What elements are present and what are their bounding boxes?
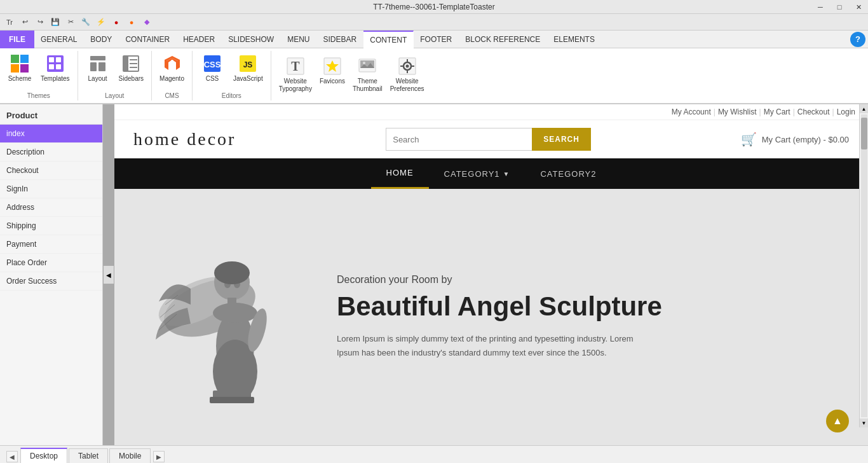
qa-circle-btn[interactable]: ●	[109, 16, 123, 29]
sidebar-item-description[interactable]: Description	[0, 143, 102, 162]
ribbon-group-layout: Layout Sidebars Layout	[78, 51, 152, 100]
dropdown-arrow-icon: ▼	[503, 170, 510, 177]
ribbon-tab-footer[interactable]: FOOTER	[414, 31, 459, 48]
angel-sculpture-svg	[153, 232, 305, 403]
favicons-button[interactable]: Favicons	[316, 53, 349, 88]
close-button[interactable]: ✕	[849, 0, 868, 14]
cart-area[interactable]: 🛒 My Cart (empty) - $0.00	[741, 132, 849, 147]
ribbon-tab-header[interactable]: HEADER	[177, 31, 222, 48]
theme-thumbnail-button[interactable]: Theme Thumbnail	[349, 53, 386, 95]
layout-button[interactable]: Layout	[82, 51, 114, 85]
cart-text: My Cart (empty) - $0.00	[762, 135, 849, 144]
scrollbar-down-arrow[interactable]: ▼	[860, 418, 869, 427]
ribbon-tab-elements[interactable]: ELEMENTS	[547, 31, 602, 48]
qa-typography-btn[interactable]: Tr	[3, 16, 17, 29]
scrollbar-up-arrow[interactable]: ▲	[860, 104, 869, 113]
cms-group-label: CMS	[165, 92, 179, 100]
qa-redo-btn[interactable]: ↪	[33, 16, 47, 29]
topbar-my-account[interactable]: My Account	[672, 107, 711, 116]
tab-mobile[interactable]: Mobile	[109, 448, 151, 463]
tab-desktop[interactable]: Desktop	[20, 448, 67, 463]
scroll-right-arrow[interactable]: ▶	[153, 451, 165, 462]
javascript-button[interactable]: JS JavaScript	[229, 51, 267, 85]
bottom-bar: ◀ Desktop Tablet Mobile ▶	[0, 445, 868, 463]
ribbon-tab-slideshow[interactable]: SLIDESHOW	[222, 31, 281, 48]
svg-text:CSS: CSS	[204, 60, 221, 69]
templates-label: Templates	[41, 75, 70, 83]
svg-rect-8	[56, 64, 61, 69]
scroll-to-top-button[interactable]: ▲	[826, 410, 849, 432]
scrollbar-thumb[interactable]	[861, 118, 867, 149]
cms-items: Magento	[156, 51, 188, 92]
nav-category2[interactable]: CATEGORY2	[525, 158, 611, 189]
sidebar: Product index Description Checkout SignI…	[0, 104, 103, 445]
ribbon-tab-block-reference[interactable]: BLOCK REFERENCE	[459, 31, 547, 48]
ribbon-tab-general[interactable]: GENERAL	[34, 31, 84, 48]
sidebar-item-address[interactable]: Address	[0, 198, 102, 217]
search-button[interactable]: SEARCH	[532, 128, 591, 151]
search-input[interactable]	[386, 128, 532, 151]
css-button[interactable]: CSS CSS	[196, 51, 228, 85]
scheme-button[interactable]: Scheme	[4, 51, 36, 85]
sidebar-item-order-success[interactable]: Order Success	[0, 272, 102, 291]
svg-point-30	[363, 62, 365, 64]
themes-items: Scheme Templates	[4, 51, 74, 92]
layout-icon	[88, 53, 108, 74]
sidebar-item-shipping[interactable]: Shipping	[0, 217, 102, 235]
ribbon-tab-content[interactable]: CONTENT	[363, 31, 414, 48]
templates-icon	[45, 53, 65, 74]
sidebar-item-index[interactable]: index	[0, 125, 102, 143]
templates-button[interactable]: Templates	[37, 51, 74, 85]
website-preview: My Account | My Wishlist | My Cart | Che…	[114, 104, 868, 445]
tab-tablet[interactable]: Tablet	[69, 448, 108, 463]
topbar-checkout[interactable]: Checkout	[797, 107, 830, 116]
sidebar-item-signin[interactable]: SignIn	[0, 180, 102, 198]
ribbon-tab-menu[interactable]: MENU	[281, 31, 316, 48]
website-typography-button[interactable]: T Website Typography	[275, 53, 316, 95]
sidebars-button[interactable]: Sidebars	[115, 51, 147, 85]
qa-cut-btn[interactable]: ✂	[64, 16, 78, 29]
ribbon-tabs: FILE GENERAL BODY CONTAINER HEADER SLIDE…	[0, 31, 868, 48]
qa-orange-btn[interactable]: ●	[125, 16, 139, 29]
topbar-my-cart[interactable]: My Cart	[764, 107, 790, 116]
qa-undo-btn[interactable]: ↩	[18, 16, 32, 29]
typography-label: Website Typography	[279, 78, 312, 93]
nav-category1[interactable]: CATEGORY1 ▼	[429, 158, 526, 189]
qa-bolt-btn[interactable]: ⚡	[94, 16, 108, 29]
svg-point-46	[213, 303, 257, 323]
sidebar-item-place-order[interactable]: Place Order	[0, 254, 102, 272]
favicons-label: Favicons	[320, 78, 345, 85]
ribbon-tab-container[interactable]: CONTAINER	[119, 31, 177, 48]
minimize-button[interactable]: ─	[811, 0, 830, 14]
preview-topbar: My Account | My Wishlist | My Cart | Che…	[114, 104, 868, 120]
scheme-icon	[10, 53, 30, 74]
preferences-label: Website Preferences	[390, 78, 424, 93]
scroll-left-arrow[interactable]: ◀	[6, 451, 18, 462]
website-preferences-button[interactable]: Website Preferences	[386, 53, 428, 95]
ribbon-group-editors: CSS CSS JS JavaScript Editors	[193, 51, 271, 100]
topbar-login[interactable]: Login	[837, 107, 855, 116]
right-scrollbar[interactable]: ▲ ▼	[859, 104, 868, 427]
ribbon-tab-body[interactable]: BODY	[84, 31, 119, 48]
sidebar-item-payment[interactable]: Payment	[0, 235, 102, 254]
javascript-label: JavaScript	[233, 75, 263, 83]
thumbnail-icon	[357, 56, 377, 76]
sidebar-item-checkout[interactable]: Checkout	[0, 162, 102, 180]
maximize-button[interactable]: □	[830, 0, 849, 14]
help-button[interactable]: ?	[850, 32, 865, 47]
collapse-button[interactable]: ◀	[103, 265, 114, 284]
ribbon-tab-sidebar[interactable]: SIDEBAR	[317, 31, 364, 48]
svg-rect-7	[49, 64, 54, 69]
sidebars-icon	[121, 53, 141, 74]
magento-button[interactable]: Magento	[156, 51, 188, 85]
qa-diamond-btn[interactable]: ◆	[140, 16, 154, 29]
qa-settings-btn[interactable]: 🔧	[79, 16, 93, 29]
topbar-my-wishlist[interactable]: My Wishlist	[718, 107, 757, 116]
magento-label: Magento	[159, 75, 184, 83]
file-tab[interactable]: FILE	[0, 31, 34, 48]
editors-items: CSS CSS JS JavaScript	[196, 51, 267, 92]
search-area: SEARCH	[386, 128, 591, 151]
nav-home[interactable]: HOME	[371, 158, 429, 189]
qa-save-btn[interactable]: 💾	[48, 16, 62, 29]
ribbon-group-themes: Scheme Templates Themes	[0, 51, 78, 100]
